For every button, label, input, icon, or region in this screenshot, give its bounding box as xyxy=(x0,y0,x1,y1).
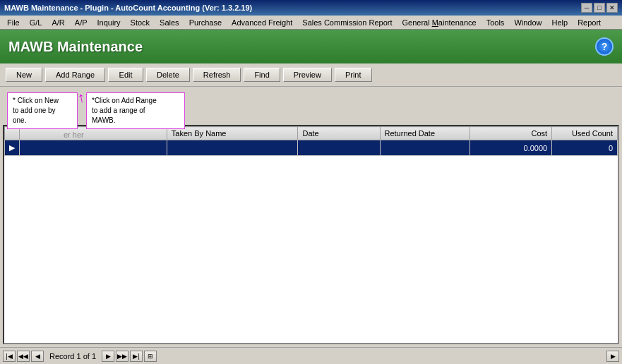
menu-file[interactable]: File xyxy=(3,17,24,28)
status-bar: |◀ ◀◀ ◀ Record 1 of 1 ▶ ▶▶ ▶| ⊞ ▶ xyxy=(0,347,622,364)
col-indicator xyxy=(5,127,20,140)
restore-button[interactable]: □ xyxy=(594,3,605,13)
add-range-arrow-icon: ↑ xyxy=(76,89,86,106)
menu-advanced-freight[interactable]: Advanced Freight xyxy=(227,17,297,28)
scroll-right-button[interactable]: ▶ xyxy=(606,351,619,362)
nav-next-button[interactable]: ▶ xyxy=(102,351,114,362)
add-range-button[interactable]: Add Range xyxy=(45,68,105,82)
cell-cost: 0.0000 xyxy=(470,140,552,156)
menu-tools[interactable]: Tools xyxy=(482,17,509,28)
nav-next-fast-button[interactable]: ▶▶ xyxy=(116,351,128,362)
refresh-button[interactable]: Refresh xyxy=(193,68,241,82)
title-bar: MAWB Maintenance - Plugin - AutoCount Ac… xyxy=(0,0,622,16)
help-button[interactable]: ? xyxy=(595,37,614,56)
menu-help[interactable]: Help xyxy=(548,17,573,28)
nav-first-button[interactable]: |◀ xyxy=(3,351,16,362)
cell-date xyxy=(298,140,380,156)
menu-purchase[interactable]: Purchase xyxy=(185,17,226,28)
nav-prev-button[interactable]: ◀ xyxy=(31,351,44,362)
col-cost: Cost xyxy=(470,127,552,140)
main-wrapper: MAWB Maintenance ? New Add Range Edit De… xyxy=(0,30,622,364)
preview-button[interactable]: Preview xyxy=(283,68,332,82)
print-button[interactable]: Print xyxy=(335,68,372,82)
menu-stock[interactable]: Stock xyxy=(126,17,155,28)
menu-bar: File G/L A/R A/P Inquiry Stock Sales Pur… xyxy=(0,16,622,30)
menu-general-maintenance[interactable]: General Maintenance xyxy=(397,17,480,28)
col-mawb xyxy=(20,127,167,140)
window-title: MAWB Maintenance - Plugin - AutoCount Ac… xyxy=(4,4,252,12)
menu-inquiry[interactable]: Inquiry xyxy=(93,17,125,28)
nav-controls: |◀ ◀◀ ◀ Record 1 of 1 ▶ ▶▶ ▶| ⊞ xyxy=(3,351,157,362)
find-button[interactable]: Find xyxy=(244,68,280,82)
menu-ar[interactable]: A/R xyxy=(47,17,68,28)
col-used-count: Used Count xyxy=(552,127,618,140)
table-header-row: Taken By Name Date Returned Date Cost Us… xyxy=(5,127,618,140)
table-container: Taken By Name Date Returned Date Cost Us… xyxy=(3,125,619,344)
page-title: MAWB Maintenance xyxy=(8,39,143,55)
window-controls: ─ □ ✕ xyxy=(581,3,618,13)
menu-window[interactable]: Window xyxy=(510,17,546,28)
new-arrow-icon: ↗ xyxy=(50,89,69,109)
add-range-tooltip: *Click on Add Rangeto add a range ofMAWB… xyxy=(86,92,185,129)
menu-sales-commission[interactable]: Sales Commission Report xyxy=(298,17,396,28)
data-table: Taken By Name Date Returned Date Cost Us… xyxy=(4,126,618,156)
content-wrapper: * Click on Newto add one byone. ↗ *Click… xyxy=(0,87,622,347)
nav-prev-fast-button[interactable]: ◀◀ xyxy=(17,351,30,362)
new-button[interactable]: New xyxy=(6,68,42,82)
close-button[interactable]: ✕ xyxy=(606,3,618,13)
nav-last-button[interactable]: ▶| xyxy=(130,351,143,362)
edit-button[interactable]: Edit xyxy=(108,68,143,82)
menu-ap[interactable]: A/P xyxy=(71,17,92,28)
col-taken-by: Taken By Name xyxy=(167,127,298,140)
cell-returned-date xyxy=(380,140,470,156)
menu-gl[interactable]: G/L xyxy=(25,17,47,28)
new-tooltip: * Click on Newto add one byone. xyxy=(7,92,78,129)
cell-used-count: 0 xyxy=(552,140,618,156)
cell-mawb xyxy=(20,140,167,156)
minimize-button[interactable]: ─ xyxy=(581,3,592,13)
header-bar: MAWB Maintenance ? xyxy=(0,30,622,63)
nav-extra-button[interactable]: ⊞ xyxy=(144,351,157,362)
add-range-tooltip-text: *Click on Add Rangeto add a range ofMAWB… xyxy=(92,97,157,124)
row-indicator: ▶ xyxy=(5,140,20,156)
toolbar: New Add Range Edit Delete Refresh Find P… xyxy=(0,63,622,87)
record-status: Record 1 of 1 xyxy=(45,352,100,360)
cell-taken-by xyxy=(167,140,298,156)
delete-button[interactable]: Delete xyxy=(146,68,190,82)
menu-report[interactable]: Report xyxy=(573,17,605,28)
col-returned-date: Returned Date xyxy=(380,127,470,140)
menu-sales[interactable]: Sales xyxy=(155,17,184,28)
col-date: Date xyxy=(298,127,380,140)
new-tooltip-text: * Click on Newto add one byone. xyxy=(13,97,59,124)
table-row: ▶ 0.0000 0 xyxy=(5,140,618,156)
